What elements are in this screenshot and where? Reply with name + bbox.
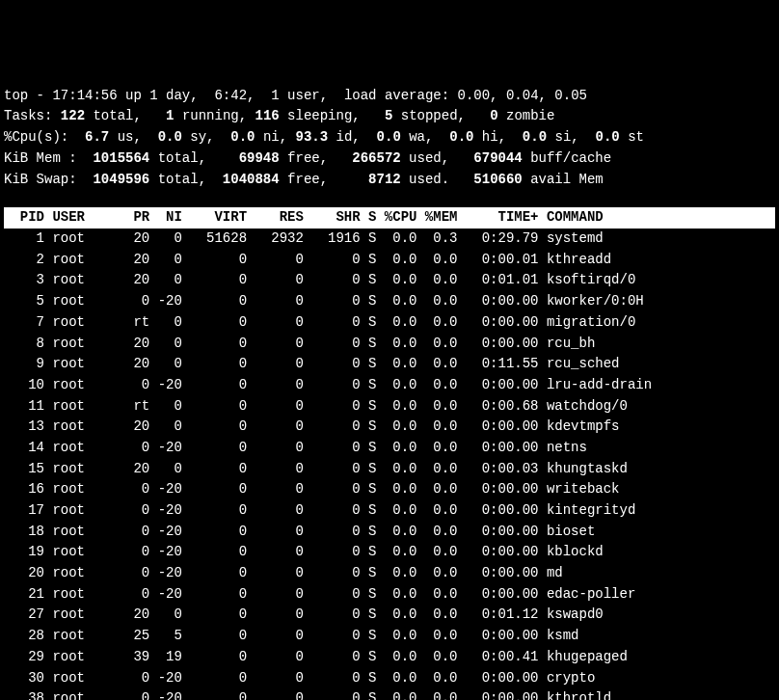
summary-cpu: %Cpu(s): 6.7 us, 0.0 sy, 0.0 ni, 93.3 id…: [4, 129, 644, 145]
process-row[interactable]: 20 root 0 -20 0 0 0 S 0.0 0.0 0:00.00 md: [4, 563, 775, 584]
summary-swap: KiB Swap: 1049596 total, 1040884 free, 8…: [4, 172, 611, 187]
process-row[interactable]: 15 root 20 0 0 0 0 S 0.0 0.0 0:00.03 khu…: [4, 459, 775, 480]
process-row[interactable]: 30 root 0 -20 0 0 0 S 0.0 0.0 0:00.00 cr…: [4, 668, 775, 689]
process-row[interactable]: 28 root 25 5 0 0 0 S 0.0 0.0 0:00.00 ksm…: [4, 626, 775, 647]
process-row[interactable]: 17 root 0 -20 0 0 0 S 0.0 0.0 0:00.00 ki…: [4, 500, 775, 522]
process-row[interactable]: 19 root 0 -20 0 0 0 S 0.0 0.0 0:00.00 kb…: [4, 542, 775, 563]
process-row[interactable]: 14 root 0 -20 0 0 0 S 0.0 0.0 0:00.00 ne…: [4, 438, 775, 459]
process-row[interactable]: 29 root 39 19 0 0 0 S 0.0 0.0 0:00.41 kh…: [4, 647, 775, 668]
process-row[interactable]: 8 root 20 0 0 0 0 S 0.0 0.0 0:00.00 rcu_…: [4, 334, 775, 355]
process-list[interactable]: 1 root 20 0 51628 2932 1916 S 0.0 0.3 0:…: [4, 229, 775, 700]
process-row[interactable]: 16 root 0 -20 0 0 0 S 0.0 0.0 0:00.00 wr…: [4, 479, 775, 500]
process-row[interactable]: 3 root 20 0 0 0 0 S 0.0 0.0 0:01.01 ksof…: [4, 270, 775, 291]
process-row[interactable]: 5 root 0 -20 0 0 0 S 0.0 0.0 0:00.00 kwo…: [4, 291, 775, 312]
summary-mem: KiB Mem : 1015564 total, 69948 free, 266…: [4, 150, 611, 166]
process-row[interactable]: 21 root 0 -20 0 0 0 S 0.0 0.0 0:00.00 ed…: [4, 584, 775, 606]
summary-line1: top - 17:14:56 up 1 day, 6:42, 1 user, l…: [4, 88, 587, 103]
process-row[interactable]: 11 root rt 0 0 0 0 S 0.0 0.0 0:00.68 wat…: [4, 396, 775, 417]
process-row[interactable]: 9 root 20 0 0 0 0 S 0.0 0.0 0:11.55 rcu_…: [4, 354, 775, 375]
process-row[interactable]: 38 root 0 -20 0 0 0 S 0.0 0.0 0:00.00 kt…: [4, 688, 775, 700]
process-row[interactable]: 10 root 0 -20 0 0 0 S 0.0 0.0 0:00.00 lr…: [4, 375, 775, 396]
top-summary: top - 17:14:56 up 1 day, 6:42, 1 user, l…: [4, 86, 775, 190]
process-row[interactable]: 18 root 0 -20 0 0 0 S 0.0 0.0 0:00.00 bi…: [4, 522, 775, 543]
process-row[interactable]: 2 root 20 0 0 0 0 S 0.0 0.0 0:00.01 kthr…: [4, 250, 775, 271]
process-row[interactable]: 27 root 20 0 0 0 0 S 0.0 0.0 0:01.12 ksw…: [4, 605, 775, 626]
process-header-row[interactable]: PID USER PR NI VIRT RES SHR S %CPU %MEM …: [4, 207, 775, 229]
process-row[interactable]: 1 root 20 0 51628 2932 1916 S 0.0 0.3 0:…: [4, 229, 775, 250]
process-row[interactable]: 13 root 20 0 0 0 0 S 0.0 0.0 0:00.00 kde…: [4, 417, 775, 438]
summary-tasks: Tasks: 122 total, 1 running, 116 sleepin…: [4, 108, 554, 123]
process-row[interactable]: 7 root rt 0 0 0 0 S 0.0 0.0 0:00.00 migr…: [4, 312, 775, 334]
